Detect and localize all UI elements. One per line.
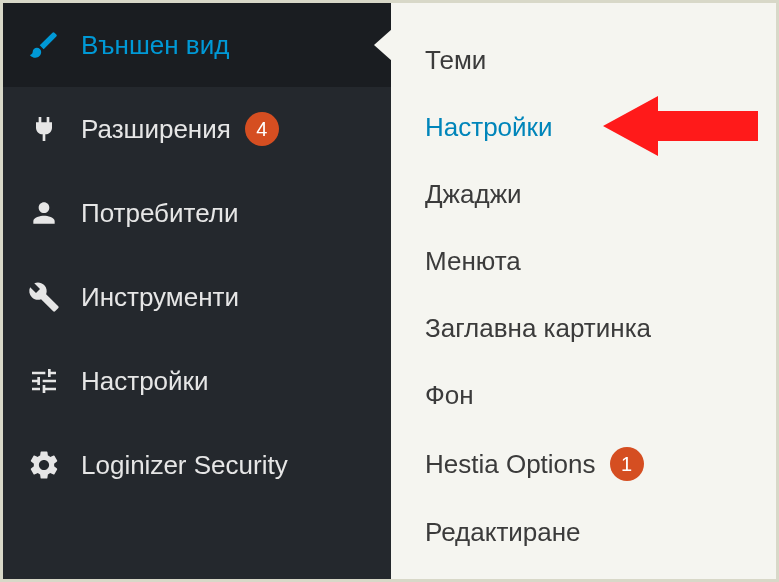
submenu-item-header[interactable]: Заглавна картинка xyxy=(391,295,776,362)
sidebar-item-settings[interactable]: Настройки xyxy=(3,339,391,423)
sidebar-item-appearance[interactable]: Външен вид xyxy=(3,3,391,87)
sidebar-item-loginizer[interactable]: Loginizer Security xyxy=(3,423,391,507)
appearance-submenu: Теми Настройки Джаджи Менюта Заглавна ка… xyxy=(391,3,776,579)
sidebar-item-label: Разширения xyxy=(81,114,231,145)
submenu-item-customize[interactable]: Настройки xyxy=(391,94,776,161)
submenu-item-background[interactable]: Фон xyxy=(391,362,776,429)
submenu-label: Заглавна картинка xyxy=(425,313,651,344)
submenu-label: Теми xyxy=(425,45,486,76)
sidebar-item-users[interactable]: Потребители xyxy=(3,171,391,255)
submenu-label: Менюта xyxy=(425,246,521,277)
update-count-badge: 4 xyxy=(245,112,279,146)
admin-sidebar: Външен вид Разширения 4 Потребители Инст… xyxy=(3,3,391,579)
submenu-item-themes[interactable]: Теми xyxy=(391,27,776,94)
submenu-item-hestia[interactable]: Hestia Options 1 xyxy=(391,429,776,499)
sidebar-item-label: Настройки xyxy=(81,366,209,397)
submenu-label: Фон xyxy=(425,380,474,411)
submenu-label: Редактиране xyxy=(425,517,581,548)
gear-icon xyxy=(23,448,65,482)
user-icon xyxy=(23,197,65,229)
submenu-label: Hestia Options xyxy=(425,449,596,480)
brush-icon xyxy=(23,28,65,62)
submenu-label: Настройки xyxy=(425,112,553,143)
update-count-badge: 1 xyxy=(610,447,644,481)
submenu-item-menus[interactable]: Менюта xyxy=(391,228,776,295)
sidebar-item-label: Инструменти xyxy=(81,282,239,313)
sidebar-item-tools[interactable]: Инструменти xyxy=(3,255,391,339)
sidebar-item-label: Външен вид xyxy=(81,30,229,61)
sidebar-item-label: Потребители xyxy=(81,198,238,229)
submenu-label: Джаджи xyxy=(425,179,522,210)
sliders-icon xyxy=(23,365,65,397)
submenu-item-widgets[interactable]: Джаджи xyxy=(391,161,776,228)
plug-icon xyxy=(23,113,65,145)
submenu-item-editor[interactable]: Редактиране xyxy=(391,499,776,566)
sidebar-item-label: Loginizer Security xyxy=(81,450,288,481)
sidebar-item-plugins[interactable]: Разширения 4 xyxy=(3,87,391,171)
wrench-icon xyxy=(23,281,65,313)
